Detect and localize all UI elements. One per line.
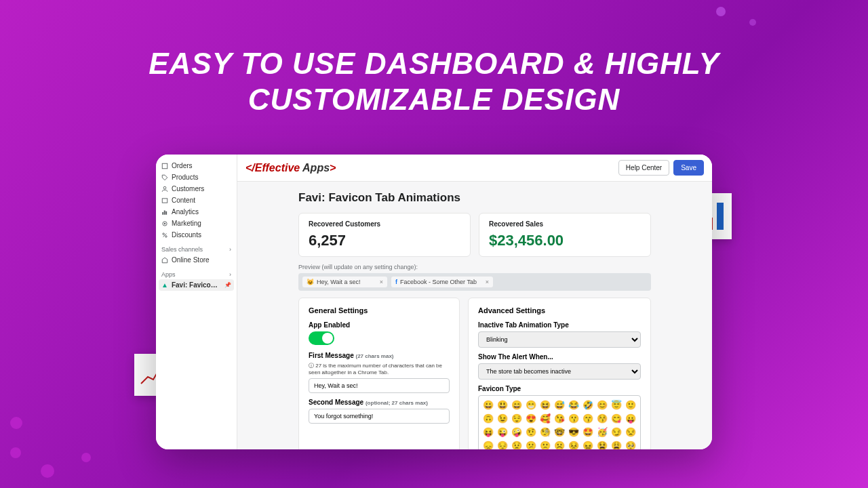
second-message-input[interactable] bbox=[309, 409, 450, 424]
emoji-option[interactable]: 😙 bbox=[582, 413, 594, 424]
svg-point-11 bbox=[163, 232, 165, 235]
app-enabled-toggle[interactable] bbox=[309, 331, 334, 345]
svg-rect-2 bbox=[717, 203, 724, 230]
emoji-option[interactable]: 😔 bbox=[496, 440, 509, 449]
emoji-option[interactable]: 😛 bbox=[625, 413, 637, 424]
sidebar-section-apps: Apps› bbox=[159, 266, 234, 279]
emoji-option[interactable]: 🤩 bbox=[582, 426, 594, 438]
emoji-picker[interactable]: 😀😃😄😁😆😅😂🤣😊😇🙂🙃😉😌😍🥰😘😗😙😚😋😛😝😜🤪🤨🧐🤓😎🤩🥳😏😒😞😔😟😕🙁☹️… bbox=[478, 395, 641, 449]
hero-title: EASY TO USE DASHBOARD & HIGHLYCUSTOMIZAB… bbox=[0, 0, 868, 118]
emoji-option[interactable]: 😄 bbox=[511, 399, 523, 411]
animation-type-select[interactable]: Blinking bbox=[478, 331, 641, 348]
show-alert-select[interactable]: The store tab becomes inactive bbox=[478, 363, 641, 380]
emoji-option[interactable]: 😏 bbox=[610, 426, 623, 438]
emoji-option[interactable]: 🤣 bbox=[582, 399, 594, 411]
favicon-type-label: Favicon Type bbox=[478, 385, 641, 392]
svg-point-12 bbox=[165, 235, 167, 237]
sidebar-item-online-store[interactable]: Online Store bbox=[159, 254, 234, 266]
animation-type-label: Inactive Tab Animation Type bbox=[478, 321, 641, 329]
emoji-option[interactable]: 😁 bbox=[525, 399, 537, 411]
emoji-option[interactable]: 😒 bbox=[625, 426, 637, 438]
sidebar-item-discounts[interactable]: Discounts bbox=[159, 229, 234, 241]
show-alert-label: Show The Alert When... bbox=[478, 353, 641, 361]
emoji-option[interactable]: 🙁 bbox=[539, 440, 551, 449]
emoji-option[interactable]: 😗 bbox=[568, 413, 580, 424]
sidebar-item-analytics[interactable]: Analytics bbox=[159, 206, 234, 218]
emoji-option[interactable]: 😚 bbox=[596, 413, 608, 424]
emoji-option[interactable]: 🥰 bbox=[539, 413, 551, 424]
emoji-option[interactable]: 😎 bbox=[568, 426, 580, 438]
help-center-button[interactable]: Help Center bbox=[618, 160, 669, 176]
sidebar-item-content[interactable]: Content bbox=[159, 195, 234, 206]
sidebar: Orders Products Customers Content Analyt… bbox=[156, 155, 237, 449]
close-icon[interactable]: × bbox=[486, 279, 489, 285]
logo: </Effective Apps> bbox=[245, 162, 336, 174]
svg-rect-5 bbox=[162, 198, 167, 202]
emoji-option[interactable]: 😉 bbox=[496, 413, 509, 424]
save-button[interactable]: Save bbox=[673, 160, 704, 176]
emoji-option[interactable]: 🥺 bbox=[625, 440, 637, 449]
emoji-option[interactable]: 😆 bbox=[539, 399, 551, 411]
first-message-input[interactable] bbox=[309, 378, 450, 393]
svg-point-4 bbox=[163, 186, 166, 189]
main-content: </Effective Apps> Help Center Save Favi:… bbox=[237, 155, 712, 449]
sidebar-item-orders[interactable]: Orders bbox=[159, 160, 234, 171]
emoji-option[interactable]: 😩 bbox=[610, 440, 623, 449]
emoji-option[interactable]: 😕 bbox=[525, 440, 537, 449]
emoji-option[interactable]: 😇 bbox=[610, 399, 623, 411]
emoji-option[interactable]: 😃 bbox=[496, 399, 509, 411]
first-message-label: First Message (27 chars max) bbox=[309, 352, 450, 359]
preview-label: Preview (will update on any setting chan… bbox=[298, 264, 651, 270]
emoji-option[interactable]: 😌 bbox=[511, 413, 523, 424]
svg-line-13 bbox=[163, 233, 167, 237]
sidebar-item-favi-app[interactable]: ▲Favi: Favicon Tab A...📌 bbox=[159, 279, 234, 291]
emoji-option[interactable]: 🤨 bbox=[525, 426, 537, 438]
bg-dot bbox=[41, 464, 54, 478]
app-enabled-label: App Enabled bbox=[309, 321, 450, 329]
emoji-option[interactable]: 😞 bbox=[482, 440, 494, 449]
emoji-option[interactable]: 😜 bbox=[496, 426, 509, 438]
emoji-option[interactable]: 😖 bbox=[582, 440, 594, 449]
app-window: Orders Products Customers Content Analyt… bbox=[156, 155, 712, 449]
page-title: Favi: Favicon Tab Animations bbox=[298, 191, 651, 205]
emoji-option[interactable]: 🙂 bbox=[625, 399, 637, 411]
emoji-option[interactable]: 😀 bbox=[482, 399, 494, 411]
second-message-label: Second Message (optional; 27 chars max) bbox=[309, 399, 450, 406]
emoji-option[interactable]: 🥳 bbox=[596, 426, 608, 438]
emoji-option[interactable]: 🤓 bbox=[553, 426, 566, 438]
svg-rect-6 bbox=[162, 212, 163, 215]
emoji-option[interactable]: 😝 bbox=[482, 426, 494, 438]
sidebar-item-products[interactable]: Products bbox=[159, 171, 234, 183]
topbar: </Effective Apps> Help Center Save bbox=[237, 155, 712, 182]
chevron-right-icon[interactable]: › bbox=[229, 271, 231, 278]
emoji-option[interactable]: 😍 bbox=[525, 413, 537, 424]
sidebar-section-sales: Sales channels› bbox=[159, 241, 234, 254]
sidebar-item-customers[interactable]: Customers bbox=[159, 183, 234, 195]
emoji-option[interactable]: ☹️ bbox=[553, 440, 566, 449]
emoji-option[interactable]: 😊 bbox=[596, 399, 608, 411]
emoji-option[interactable]: 😟 bbox=[511, 440, 523, 449]
emoji-option[interactable]: 🙃 bbox=[482, 413, 494, 424]
svg-point-10 bbox=[164, 222, 166, 224]
sidebar-item-marketing[interactable]: Marketing bbox=[159, 218, 234, 229]
close-icon[interactable]: × bbox=[380, 279, 383, 285]
chevron-right-icon[interactable]: › bbox=[229, 246, 231, 253]
emoji-option[interactable]: 🧐 bbox=[539, 426, 551, 438]
emoji-option[interactable]: 😅 bbox=[553, 399, 566, 411]
bg-dot bbox=[10, 417, 22, 429]
emoji-option[interactable]: 😣 bbox=[568, 440, 580, 449]
svg-rect-7 bbox=[164, 210, 165, 214]
stat-recovered-customers: Recovered Customers 6,257 bbox=[298, 213, 471, 257]
emoji-option[interactable]: 😘 bbox=[553, 413, 566, 424]
preview-tabs: 😺 Hey, Wait a sec!× f Facebook - Some Ot… bbox=[298, 273, 651, 291]
emoji-option[interactable]: 😋 bbox=[610, 413, 623, 424]
pin-icon[interactable]: 📌 bbox=[224, 282, 231, 288]
bg-dot bbox=[716, 7, 726, 16]
emoji-option[interactable]: 😂 bbox=[568, 399, 580, 411]
preview-tab-1: 😺 Hey, Wait a sec!× bbox=[302, 277, 387, 287]
emoji-option[interactable]: 😫 bbox=[596, 440, 608, 449]
svg-rect-3 bbox=[162, 163, 167, 169]
stat-recovered-sales: Recovered Sales $23,456.00 bbox=[479, 213, 651, 257]
bg-dot bbox=[749, 19, 756, 26]
emoji-option[interactable]: 🤪 bbox=[511, 426, 523, 438]
